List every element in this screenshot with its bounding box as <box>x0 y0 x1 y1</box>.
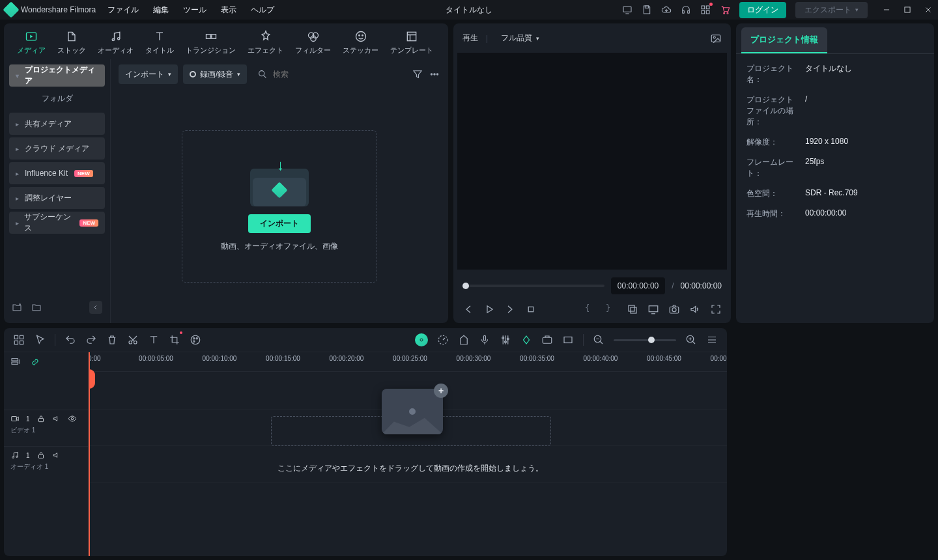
import-button[interactable]: インポート <box>248 214 311 233</box>
record-dropdown[interactable]: 録画/録音 ▾ <box>183 64 247 84</box>
sidebar-cloud-media[interactable]: ▸ クラウド メディア <box>9 137 105 160</box>
lock-icon[interactable] <box>36 451 46 460</box>
crop-icon[interactable] <box>627 303 638 315</box>
import-dropdown[interactable]: インポート ▾ <box>119 64 178 84</box>
track-manage-icon[interactable] <box>10 357 21 367</box>
maximize-button[interactable] <box>903 5 912 14</box>
sidebar-adjustment-layer[interactable]: ▸ 調整レイヤー <box>9 187 105 209</box>
tab-media[interactable]: メディア <box>17 30 46 55</box>
plus-icon[interactable]: + <box>434 384 448 398</box>
snapshot-icon[interactable] <box>668 303 680 315</box>
close-button[interactable] <box>924 5 933 14</box>
cart-icon[interactable] <box>720 5 730 15</box>
tab-effect[interactable]: エフェクト <box>248 30 283 55</box>
svg-point-61 <box>16 456 18 457</box>
tab-stock[interactable]: ストック <box>57 30 86 55</box>
ai-button[interactable] <box>415 333 428 346</box>
undo-icon[interactable] <box>64 334 76 346</box>
tab-audio[interactable]: オーディオ <box>98 30 134 55</box>
track-height-icon[interactable] <box>706 334 718 346</box>
menu-help[interactable]: ヘルプ <box>251 5 274 16</box>
speed-icon[interactable] <box>437 334 449 346</box>
mark-in-icon[interactable]: { <box>585 303 597 315</box>
new-folder-icon[interactable] <box>12 302 22 313</box>
search-input[interactable] <box>273 70 401 79</box>
save-icon[interactable] <box>642 5 652 15</box>
timeline-ruler[interactable]: 00:0000:00:05:0000:00:10:0000:00:15:0000… <box>89 352 727 372</box>
sidebar-folder-label[interactable]: フォルダ <box>9 87 105 110</box>
mute-icon[interactable] <box>52 451 61 460</box>
svg-point-59 <box>71 417 74 420</box>
voiceover-icon[interactable] <box>479 334 490 346</box>
video-track-header[interactable]: 1 ビデオ 1 <box>4 410 88 446</box>
more-icon[interactable] <box>429 68 440 80</box>
sidebar-influence-kit[interactable]: ▸ Influence Kit NEW <box>9 162 105 184</box>
quality-dropdown[interactable]: フル品質 ▾ <box>496 30 545 46</box>
mark-out-icon[interactable]: } <box>606 303 618 315</box>
aspect-icon[interactable] <box>562 334 574 346</box>
sidebar-subsequence[interactable]: ▸ サブシーケンス NEW <box>9 212 105 234</box>
text-icon[interactable] <box>148 334 160 346</box>
chevron-down-icon: ▾ <box>855 7 859 13</box>
filter-icon[interactable] <box>412 68 423 80</box>
export-button[interactable]: エクスポート▾ <box>795 2 868 18</box>
lock-icon[interactable] <box>36 414 46 423</box>
tab-filter[interactable]: フィルター <box>295 30 331 55</box>
menu-edit[interactable]: 編集 <box>153 5 169 16</box>
crop-tool-icon[interactable] <box>169 334 180 346</box>
cut-icon[interactable] <box>127 334 139 346</box>
collapse-sidebar-button[interactable] <box>89 301 102 314</box>
menu-view[interactable]: 表示 <box>221 5 236 16</box>
apps-icon[interactable] <box>700 5 711 15</box>
delete-icon[interactable] <box>106 334 118 346</box>
menu-file[interactable]: ファイル <box>107 5 139 16</box>
volume-icon[interactable] <box>689 303 701 315</box>
minimize-button[interactable] <box>882 5 891 14</box>
headphones-icon[interactable] <box>681 5 691 15</box>
play-button[interactable] <box>483 303 495 315</box>
zoom-in-icon[interactable] <box>685 334 697 346</box>
keyframe-icon[interactable] <box>520 334 532 346</box>
playhead[interactable] <box>89 352 90 556</box>
mute-icon[interactable] <box>52 414 61 423</box>
next-frame-button[interactable] <box>504 303 516 315</box>
redo-icon[interactable] <box>85 334 97 346</box>
cloud-icon[interactable] <box>661 5 672 15</box>
color-icon[interactable] <box>190 334 201 346</box>
preview-viewport[interactable] <box>457 53 727 270</box>
stop-button[interactable] <box>525 303 537 315</box>
zoom-out-icon[interactable] <box>593 334 604 346</box>
drop-media-thumb[interactable]: + <box>382 389 443 434</box>
link-icon[interactable] <box>30 357 40 367</box>
mixer-icon[interactable] <box>500 334 511 346</box>
marker-icon[interactable] <box>458 334 470 346</box>
tab-sticker[interactable]: ステッカー <box>343 30 378 55</box>
render-icon[interactable] <box>541 334 553 346</box>
pointer-icon[interactable] <box>34 334 46 346</box>
zoom-slider[interactable] <box>614 339 676 341</box>
image-icon[interactable] <box>710 33 722 44</box>
fullscreen-icon[interactable] <box>710 303 722 315</box>
menu-tools[interactable]: ツール <box>183 5 206 16</box>
audio-track-header[interactable]: 1 オーディオ 1 <box>4 446 88 483</box>
tab-template[interactable]: テンプレート <box>390 30 433 55</box>
folder-icon[interactable] <box>31 302 42 313</box>
tab-title[interactable]: タイトル <box>145 30 174 55</box>
sidebar-project-media[interactable]: ▾ プロジェクトメディア <box>9 64 105 87</box>
prop-project-name: プロジェクト名：タイトルなし <box>746 63 924 85</box>
tracks-area[interactable]: + ここにメディアやエフェクトをドラッグして動画の作成を開始しましょう。 <box>89 372 727 556</box>
scrub-slider[interactable] <box>462 285 604 287</box>
search-field[interactable] <box>252 64 406 84</box>
timecode-current[interactable]: 00:00:00:00 <box>611 277 665 294</box>
login-button[interactable]: ログイン <box>739 2 786 18</box>
eye-icon[interactable] <box>68 414 77 423</box>
svg-rect-55 <box>12 359 18 361</box>
props-tab-project-info[interactable]: プロジェクト情報 <box>741 27 827 53</box>
tab-transition[interactable]: トランジション <box>186 30 236 55</box>
display-icon[interactable] <box>647 303 659 315</box>
prev-frame-button[interactable] <box>462 303 474 315</box>
layout-icon[interactable] <box>13 334 25 346</box>
sidebar-shared-media[interactable]: ▸ 共有メディア <box>9 113 105 135</box>
media-dropzone[interactable]: ↓ インポート 動画、オーディオファイル、画像 <box>111 89 448 323</box>
screen-icon[interactable] <box>622 5 632 15</box>
